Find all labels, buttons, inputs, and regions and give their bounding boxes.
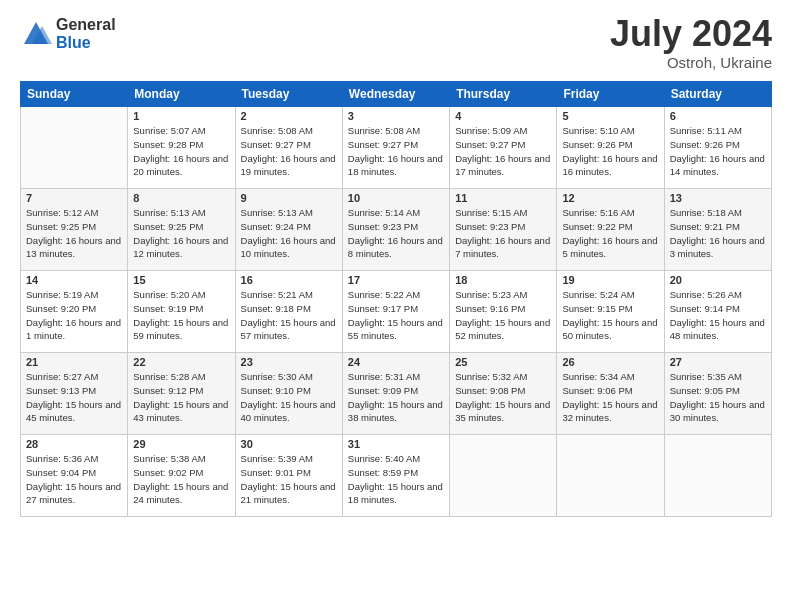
day-number: 11 <box>455 192 551 204</box>
header-cell-saturday: Saturday <box>664 82 771 107</box>
cell-content: Sunrise: 5:30 AMSunset: 9:10 PMDaylight:… <box>241 371 336 423</box>
cell-content: Sunrise: 5:10 AMSunset: 9:26 PMDaylight:… <box>562 125 657 177</box>
week-row-4: 28Sunrise: 5:36 AMSunset: 9:04 PMDayligh… <box>21 435 772 517</box>
calendar-cell: 30Sunrise: 5:39 AMSunset: 9:01 PMDayligh… <box>235 435 342 517</box>
calendar-cell: 21Sunrise: 5:27 AMSunset: 9:13 PMDayligh… <box>21 353 128 435</box>
logo-icon <box>20 20 52 48</box>
calendar-cell <box>21 107 128 189</box>
cell-content: Sunrise: 5:15 AMSunset: 9:23 PMDaylight:… <box>455 207 550 259</box>
day-number: 12 <box>562 192 658 204</box>
day-number: 31 <box>348 438 444 450</box>
calendar-cell: 1Sunrise: 5:07 AMSunset: 9:28 PMDaylight… <box>128 107 235 189</box>
calendar-cell: 17Sunrise: 5:22 AMSunset: 9:17 PMDayligh… <box>342 271 449 353</box>
day-number: 29 <box>133 438 229 450</box>
day-number: 22 <box>133 356 229 368</box>
cell-content: Sunrise: 5:39 AMSunset: 9:01 PMDaylight:… <box>241 453 336 505</box>
cell-content: Sunrise: 5:28 AMSunset: 9:12 PMDaylight:… <box>133 371 228 423</box>
day-number: 10 <box>348 192 444 204</box>
cell-content: Sunrise: 5:12 AMSunset: 9:25 PMDaylight:… <box>26 207 121 259</box>
cell-content: Sunrise: 5:07 AMSunset: 9:28 PMDaylight:… <box>133 125 228 177</box>
cell-content: Sunrise: 5:21 AMSunset: 9:18 PMDaylight:… <box>241 289 336 341</box>
day-number: 15 <box>133 274 229 286</box>
cell-content: Sunrise: 5:22 AMSunset: 9:17 PMDaylight:… <box>348 289 443 341</box>
calendar-page: General Blue July 2024 Ostroh, Ukraine S… <box>0 0 792 612</box>
calendar-cell: 8Sunrise: 5:13 AMSunset: 9:25 PMDaylight… <box>128 189 235 271</box>
header-cell-monday: Monday <box>128 82 235 107</box>
calendar-cell: 29Sunrise: 5:38 AMSunset: 9:02 PMDayligh… <box>128 435 235 517</box>
calendar-cell: 9Sunrise: 5:13 AMSunset: 9:24 PMDaylight… <box>235 189 342 271</box>
day-number: 6 <box>670 110 766 122</box>
day-number: 4 <box>455 110 551 122</box>
day-number: 14 <box>26 274 122 286</box>
calendar-cell: 12Sunrise: 5:16 AMSunset: 9:22 PMDayligh… <box>557 189 664 271</box>
calendar-cell: 19Sunrise: 5:24 AMSunset: 9:15 PMDayligh… <box>557 271 664 353</box>
calendar-cell: 23Sunrise: 5:30 AMSunset: 9:10 PMDayligh… <box>235 353 342 435</box>
calendar-cell: 11Sunrise: 5:15 AMSunset: 9:23 PMDayligh… <box>450 189 557 271</box>
day-number: 7 <box>26 192 122 204</box>
day-number: 21 <box>26 356 122 368</box>
calendar-cell: 18Sunrise: 5:23 AMSunset: 9:16 PMDayligh… <box>450 271 557 353</box>
logo: General Blue <box>20 16 116 51</box>
calendar-cell <box>450 435 557 517</box>
calendar-cell: 5Sunrise: 5:10 AMSunset: 9:26 PMDaylight… <box>557 107 664 189</box>
day-number: 17 <box>348 274 444 286</box>
day-number: 19 <box>562 274 658 286</box>
calendar-cell: 3Sunrise: 5:08 AMSunset: 9:27 PMDaylight… <box>342 107 449 189</box>
header-cell-tuesday: Tuesday <box>235 82 342 107</box>
cell-content: Sunrise: 5:08 AMSunset: 9:27 PMDaylight:… <box>348 125 443 177</box>
day-number: 16 <box>241 274 337 286</box>
calendar-cell: 20Sunrise: 5:26 AMSunset: 9:14 PMDayligh… <box>664 271 771 353</box>
month-year: July 2024 <box>610 16 772 52</box>
calendar-cell: 15Sunrise: 5:20 AMSunset: 9:19 PMDayligh… <box>128 271 235 353</box>
day-number: 8 <box>133 192 229 204</box>
cell-content: Sunrise: 5:19 AMSunset: 9:20 PMDaylight:… <box>26 289 121 341</box>
calendar-cell: 31Sunrise: 5:40 AMSunset: 8:59 PMDayligh… <box>342 435 449 517</box>
header-cell-sunday: Sunday <box>21 82 128 107</box>
calendar-table: SundayMondayTuesdayWednesdayThursdayFrid… <box>20 81 772 517</box>
day-number: 13 <box>670 192 766 204</box>
header-cell-wednesday: Wednesday <box>342 82 449 107</box>
day-number: 26 <box>562 356 658 368</box>
cell-content: Sunrise: 5:13 AMSunset: 9:24 PMDaylight:… <box>241 207 336 259</box>
week-row-0: 1Sunrise: 5:07 AMSunset: 9:28 PMDaylight… <box>21 107 772 189</box>
calendar-cell: 24Sunrise: 5:31 AMSunset: 9:09 PMDayligh… <box>342 353 449 435</box>
cell-content: Sunrise: 5:27 AMSunset: 9:13 PMDaylight:… <box>26 371 121 423</box>
day-number: 25 <box>455 356 551 368</box>
cell-content: Sunrise: 5:38 AMSunset: 9:02 PMDaylight:… <box>133 453 228 505</box>
calendar-cell: 26Sunrise: 5:34 AMSunset: 9:06 PMDayligh… <box>557 353 664 435</box>
title-block: July 2024 Ostroh, Ukraine <box>610 16 772 71</box>
logo-general: General <box>56 16 116 34</box>
cell-content: Sunrise: 5:20 AMSunset: 9:19 PMDaylight:… <box>133 289 228 341</box>
location: Ostroh, Ukraine <box>610 54 772 71</box>
cell-content: Sunrise: 5:14 AMSunset: 9:23 PMDaylight:… <box>348 207 443 259</box>
cell-content: Sunrise: 5:16 AMSunset: 9:22 PMDaylight:… <box>562 207 657 259</box>
cell-content: Sunrise: 5:09 AMSunset: 9:27 PMDaylight:… <box>455 125 550 177</box>
calendar-cell: 4Sunrise: 5:09 AMSunset: 9:27 PMDaylight… <box>450 107 557 189</box>
calendar-cell: 13Sunrise: 5:18 AMSunset: 9:21 PMDayligh… <box>664 189 771 271</box>
day-number: 5 <box>562 110 658 122</box>
day-number: 27 <box>670 356 766 368</box>
cell-content: Sunrise: 5:23 AMSunset: 9:16 PMDaylight:… <box>455 289 550 341</box>
calendar-cell: 14Sunrise: 5:19 AMSunset: 9:20 PMDayligh… <box>21 271 128 353</box>
day-number: 28 <box>26 438 122 450</box>
cell-content: Sunrise: 5:18 AMSunset: 9:21 PMDaylight:… <box>670 207 765 259</box>
week-row-1: 7Sunrise: 5:12 AMSunset: 9:25 PMDaylight… <box>21 189 772 271</box>
calendar-cell: 2Sunrise: 5:08 AMSunset: 9:27 PMDaylight… <box>235 107 342 189</box>
day-number: 9 <box>241 192 337 204</box>
day-number: 3 <box>348 110 444 122</box>
cell-content: Sunrise: 5:32 AMSunset: 9:08 PMDaylight:… <box>455 371 550 423</box>
cell-content: Sunrise: 5:34 AMSunset: 9:06 PMDaylight:… <box>562 371 657 423</box>
cell-content: Sunrise: 5:40 AMSunset: 8:59 PMDaylight:… <box>348 453 443 505</box>
logo-text: General Blue <box>56 16 116 51</box>
day-number: 20 <box>670 274 766 286</box>
day-number: 1 <box>133 110 229 122</box>
calendar-cell: 22Sunrise: 5:28 AMSunset: 9:12 PMDayligh… <box>128 353 235 435</box>
header-cell-friday: Friday <box>557 82 664 107</box>
calendar-cell: 16Sunrise: 5:21 AMSunset: 9:18 PMDayligh… <box>235 271 342 353</box>
header-cell-thursday: Thursday <box>450 82 557 107</box>
cell-content: Sunrise: 5:24 AMSunset: 9:15 PMDaylight:… <box>562 289 657 341</box>
calendar-cell: 10Sunrise: 5:14 AMSunset: 9:23 PMDayligh… <box>342 189 449 271</box>
cell-content: Sunrise: 5:11 AMSunset: 9:26 PMDaylight:… <box>670 125 765 177</box>
day-number: 30 <box>241 438 337 450</box>
calendar-cell: 25Sunrise: 5:32 AMSunset: 9:08 PMDayligh… <box>450 353 557 435</box>
